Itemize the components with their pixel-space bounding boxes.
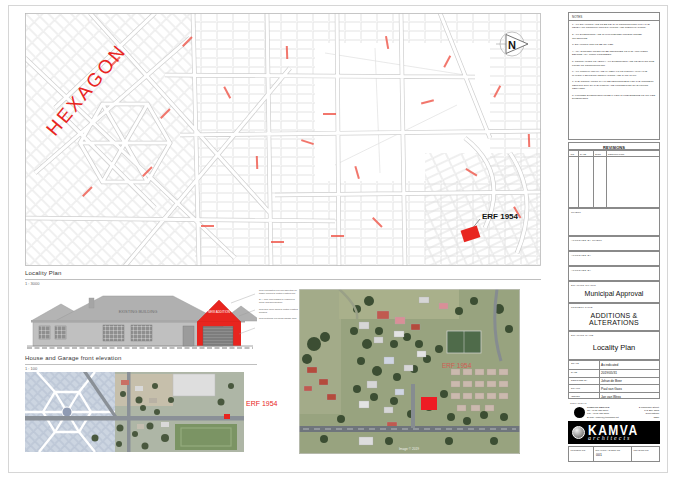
revisions-table: NO DATE SIGN DESCRIPTION (568, 150, 660, 208)
note-item: 2. ALL DIMENSIONS ARE IN MILLIMETRES UNL… (572, 33, 656, 40)
logo-text: KAMVA (588, 423, 639, 437)
rev-col-sign: SIGN (595, 153, 601, 156)
note-item: 3. DRAWINGS NOT TO BE SCALED. (572, 43, 656, 46)
date-value: 2019/05/31 (601, 371, 617, 375)
revisions-title: REVISIONS (569, 143, 659, 150)
client-label: CLIENT (569, 209, 659, 214)
drawing-sheet: HEXAGON N ERF 1954 Locality Plan 1 : 300… (0, 0, 679, 479)
ground-line (27, 346, 253, 348)
status-value: Municipal Approval (569, 290, 659, 297)
logo-dot-icon (574, 407, 585, 418)
annotation-text: New sectional overhead garage door (259, 317, 299, 320)
new-addition-garage: NEW ADDITION (197, 300, 257, 346)
project-title-box: PROJECT TITLE ADDITIONS & ALTERATIONS (568, 303, 660, 331)
drawing-name-label: DRAWING NAME (569, 332, 659, 337)
svg-text:N: N (508, 39, 516, 51)
elevation-title: House and Garage front elevation (25, 355, 121, 361)
imagery-credit: Image © 2019 (399, 447, 419, 451)
erf-photo-marker (224, 414, 230, 419)
rev-col-no: NO (571, 153, 575, 156)
elevation-title-rule (25, 364, 257, 365)
svg-text:ERF 1954: ERF 1954 (482, 212, 519, 221)
note-item: 7. THE CONTRACTOR SHALL BE RESPONSIBLE F… (572, 80, 656, 90)
info-table: SCALE As indicated DATE 2019/05/31 DESIG… (568, 360, 660, 399)
approved-by-box: APPROVED BY (568, 251, 660, 266)
approved-by-box-2: APPROVED BY (568, 266, 660, 281)
project-no-label: PROJECT NO (571, 449, 586, 451)
footer-table: PROJECT NO DRAWING / SHEET NO 001 REVISI… (568, 446, 660, 462)
designed-by-value: Johan de Beer (601, 379, 622, 383)
revision-no-label: REVISION NO (634, 449, 649, 451)
note-item: 8. FIGURED DIMENSIONS TO BE TAKEN IN PRE… (572, 94, 656, 101)
date-label: DATE (571, 371, 577, 374)
svg-text:EXISTING BUILDING: EXISTING BUILDING (119, 309, 158, 314)
drawing-name-box: DRAWING NAME Locality Plan (568, 331, 660, 360)
client-box: CLIENT (568, 208, 660, 236)
logo-sphere-icon (572, 426, 585, 439)
rev-col-date: DATE (580, 153, 586, 156)
project-title-label: PROJECT TITLE (569, 304, 659, 309)
drawing-name-value: Locality Plan (569, 343, 659, 352)
issued-label: ISSUED (571, 395, 580, 398)
approval-client-label: APPROVED BY CLIENT (569, 237, 659, 242)
approval-client-box: APPROVED BY CLIENT (568, 236, 660, 251)
drawn-label: DRAWN (571, 387, 580, 390)
status-label: DRAWING STATUS (569, 282, 659, 287)
map-title: Locality Plan (25, 270, 62, 276)
title-block: NOTES 1. ALL DRAWINGS ARE TO BE READ IN … (568, 10, 660, 468)
sheet-no-value: 001 (596, 453, 602, 457)
locality-map: HEXAGON N ERF 1954 (25, 13, 541, 266)
elevation-scale: 1 : 100 (25, 366, 37, 371)
contact-block: CONTACT DETAILS Tel : (045) 838 3777 Fax… (568, 406, 660, 420)
issued-value: Jan van Wess (601, 395, 621, 399)
contact-line: E-mail : kamva@telkomsa.net (587, 416, 629, 419)
rev-col-desc: DESCRIPTION (608, 153, 624, 156)
note-item: 1. ALL DRAWINGS ARE TO BE READ IN CONJUN… (572, 23, 656, 30)
annotation-text: New corrugated iron roof sheeting on tim… (259, 289, 299, 295)
approved-by-label: APPROVED BY (569, 252, 659, 257)
designed-by-label: DESIGNED BY (571, 379, 587, 382)
note-item: 6. ALL WORKMANSHIP AND MATERIALS TO COMP… (572, 70, 656, 77)
note-item: 5. CONTRACTOR TO VERIFY ALL DIMENSIONS A… (572, 60, 656, 67)
project-title-value: ADDITIONS & ALTERATIONS (569, 312, 659, 326)
scale-label: SCALE (571, 362, 579, 365)
annotation-text: S.A. pine roof trusses to engineer's det… (259, 298, 299, 304)
note-item: 4. ANY DISCREPANCIES TO BE REPORTED TO T… (572, 50, 656, 57)
sheet-no-label: DRAWING / SHEET NO (596, 449, 621, 451)
aerial-photo-suburb: ERF 1954 Image © 2019 (299, 289, 520, 454)
drawing-status-box: DRAWING STATUS Municipal Approval (568, 281, 660, 303)
parcel-texture (26, 14, 540, 265)
revisions-header: REVISIONS (568, 142, 660, 150)
map-title-rule (25, 279, 541, 280)
address-line: 5320 (629, 416, 659, 419)
erf-inner-label: ERF 1954 (442, 362, 472, 369)
scale-value: As indicated (601, 363, 618, 367)
elevation-drawing: EXISTING BUILDING NEW ADDITION (25, 286, 257, 352)
architect-logo: KAMVA architects (568, 421, 660, 444)
drawn-value: Paul van Gass (601, 387, 622, 391)
notes-title: NOTES (569, 13, 659, 21)
elevation-annotations: New corrugated iron roof sheeting on tim… (259, 289, 299, 324)
notes-box: NOTES 1. ALL DRAWINGS ARE TO BE READ IN … (568, 12, 660, 140)
erf-site-marker (421, 397, 437, 410)
annotation-text: New face brick walls to match existing b… (259, 308, 299, 314)
erf-photo-label: ERF 1954 (246, 400, 278, 407)
aerial-photo-town (25, 372, 244, 452)
approved-by-label-2: APPROVED BY (569, 267, 659, 272)
svg-text:NEW ADDITION: NEW ADDITION (208, 310, 230, 314)
copyright-label: COPYRIGHT (568, 400, 587, 405)
